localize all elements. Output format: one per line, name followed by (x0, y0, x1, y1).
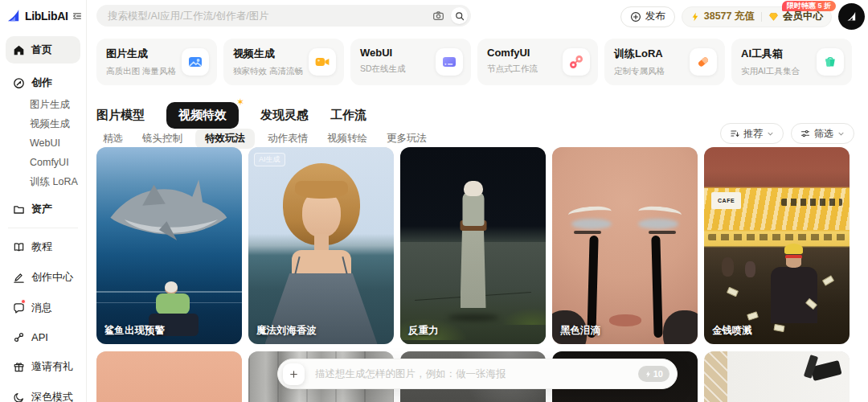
prompt-bar: 10 (277, 359, 678, 389)
gallery-card[interactable] (96, 351, 242, 402)
gift-icon (13, 361, 25, 373)
gallery-card-anti-gravity[interactable]: 反重力 (400, 147, 546, 344)
feature-webui[interactable]: WebUI SD在线生成 (350, 39, 471, 85)
subtab-featured[interactable]: 精选 (96, 129, 129, 149)
member-center-button[interactable]: 会员中心 (783, 10, 823, 23)
card-art (704, 351, 850, 402)
plus-icon (289, 370, 298, 379)
filter-label: 筛选 (814, 127, 833, 141)
filter-button[interactable]: 筛选 (791, 123, 854, 144)
sidebar-item-messages[interactable]: 消息 (0, 295, 86, 321)
sidebar-item-label: 创作中心 (31, 270, 73, 285)
card-art (552, 147, 698, 344)
card-title: 魔法刘海香波 (256, 324, 317, 338)
feature-ai-toolbox[interactable]: AI工具箱 实用AI工具集合 (731, 39, 852, 85)
card-title: 黑色泪滴 (560, 324, 600, 338)
promo-badge: 限时特惠 5 折 (782, 1, 836, 11)
sidebar-item-webui[interactable]: WebUI (30, 133, 86, 153)
subtab-camera-control[interactable]: 镜头控制 (136, 129, 189, 149)
gallery-card-shark-alert[interactable]: 鲨鱼出现预警 (96, 147, 242, 344)
user-avatar[interactable] (838, 3, 865, 30)
feature-comfyui[interactable]: ComfyUI 节点式工作流 (477, 39, 598, 85)
header-actions: 发布 38577 充值 会员中心 限时特惠 5 折 (620, 3, 865, 30)
sidebar-item-label: 邀请有礼 (31, 359, 73, 374)
capsule-icon (690, 48, 717, 76)
camera-icon[interactable] (432, 10, 444, 22)
moon-icon (13, 392, 25, 402)
folder-icon (13, 203, 25, 215)
sidebar-item-invite[interactable]: 邀请有礼 (0, 354, 86, 379)
feature-train-lora[interactable]: 训练LoRA 定制专属风格 (604, 39, 725, 85)
subtab-motion-expression[interactable]: 动作表情 (261, 129, 314, 149)
filter-sliders-icon (800, 129, 810, 138)
publish-plus-icon (630, 11, 641, 23)
gallery-card-money-splash[interactable]: CAFE 金钱喷溅 (704, 147, 850, 344)
prompt-input[interactable] (315, 368, 638, 379)
pen-icon (13, 272, 25, 284)
logo[interactable]: LibLibAI (0, 0, 86, 30)
feature-image-generation[interactable]: 图片生成 高质出图 海量风格 (96, 39, 217, 85)
sidebar-create-submenu: 图片生成 视频生成 WebUI ComfyUI 训练 LoRA (0, 95, 86, 191)
sidebar-item-create[interactable]: 创作 (0, 68, 86, 95)
create-icon (13, 77, 25, 89)
list-controls: 推荐 筛选 (720, 123, 854, 144)
sidebar-item-label: 教程 (31, 240, 52, 254)
search-button[interactable] (451, 7, 468, 24)
sidebar-item-home[interactable]: 首页 (6, 36, 80, 64)
subtab-effect-play[interactable]: 特效玩法 (195, 129, 255, 149)
sort-button[interactable]: 推荐 (720, 123, 784, 144)
sidebar-divider (8, 228, 78, 228)
search-input[interactable] (108, 10, 432, 22)
chevron-down-icon (767, 130, 774, 137)
browser-card-icon (436, 48, 463, 76)
gallery-card-magic-bangs[interactable]: AI生成 魔法刘海香波 (248, 147, 394, 344)
sidebar-item-label: 深色模式 (31, 390, 73, 402)
liblib-logo-icon (6, 8, 22, 23)
tab-video-effects[interactable]: 视频特效 ✶ (166, 102, 239, 129)
tab-image-models[interactable]: 图片模型 (96, 108, 145, 123)
brand-name: LibLibAI (25, 10, 68, 23)
sidebar-item-tutorials[interactable]: 教程 (0, 234, 86, 260)
credits-recharge-button[interactable]: 38577 充值 (704, 10, 755, 23)
card-art (400, 147, 546, 344)
cafe-sign-text: CAFE (711, 192, 741, 209)
lightning-icon (690, 12, 700, 22)
publish-label: 发布 (645, 10, 665, 23)
publish-button[interactable]: 发布 (620, 6, 675, 27)
sidebar-item-label: API (31, 331, 48, 343)
search-bar (96, 5, 471, 27)
search-icon (455, 11, 465, 21)
sidebar-item-api[interactable]: API (0, 326, 86, 349)
subtab-more-play[interactable]: 更多玩法 (380, 129, 433, 149)
toolbox-icon (817, 48, 844, 76)
tab-label: 视频特效 (178, 108, 227, 121)
sidebar-item-image-gen[interactable]: 图片生成 (30, 95, 86, 114)
subtab-video-repaint[interactable]: 视频转绘 (321, 129, 374, 149)
sidebar-item-dark-mode[interactable]: 深色模式 (0, 384, 86, 402)
gallery-card[interactable] (704, 351, 850, 402)
sidebar-item-train-lora[interactable]: 训练 LoRA (30, 172, 86, 191)
sparkle-icon: ✶ (236, 96, 244, 108)
card-art (96, 351, 242, 402)
gallery-row-1: 鲨鱼出现预警 AI生成 魔法刘海香波 反重力 黑色泪滴 CAF (96, 147, 850, 344)
sidebar-item-video-gen[interactable]: 视频生成 (30, 114, 86, 133)
tab-workflow[interactable]: 工作流 (330, 108, 366, 123)
sidebar-item-assets[interactable]: 资产 (0, 196, 86, 222)
sort-label: 推荐 (743, 127, 763, 141)
nodes-icon (563, 48, 590, 76)
sidebar-item-comfyui[interactable]: ComfyUI (30, 153, 86, 172)
gallery-card-black-tears[interactable]: 黑色泪滴 (552, 147, 698, 344)
sidebar: LibLibAI 首页 创作 图片生成 视频生成 WebUI ComfyUI 训… (0, 0, 87, 402)
card-title: 金钱喷溅 (712, 324, 752, 338)
sidebar-item-label: 创作 (31, 76, 52, 90)
generation-cost-badge: 10 (638, 366, 669, 382)
avatar-logo-icon (845, 10, 858, 23)
sidebar-item-creator-center[interactable]: 创作中心 (0, 265, 86, 290)
add-attachment-button[interactable] (283, 363, 305, 385)
sidebar-collapse-icon[interactable] (72, 10, 83, 22)
sub-tabs: 精选 镜头控制 特效玩法 动作表情 视频转绘 更多玩法 (96, 129, 433, 149)
tab-discover[interactable]: 发现灵感 (260, 108, 309, 123)
chevron-down-icon (837, 130, 845, 137)
feature-video-generation[interactable]: 视频生成 独家特效 高清流畅 (223, 39, 344, 85)
book-icon (13, 241, 25, 253)
